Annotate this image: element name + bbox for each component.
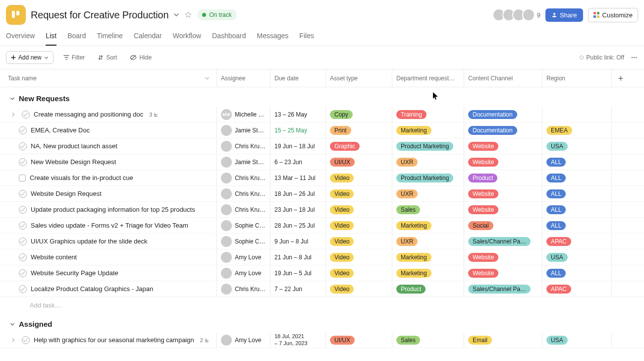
hide-button[interactable]: Hide <box>127 52 155 63</box>
task-row[interactable]: Website Security Page UpdateAmy Love19 J… <box>0 265 644 281</box>
asset-tag: Video <box>330 253 354 262</box>
assignee-avatar <box>221 188 232 199</box>
expand-caret[interactable] <box>11 112 18 117</box>
add-task-row[interactable]: Add task… <box>0 297 644 313</box>
public-link-toggle[interactable]: Public link: Off <box>580 54 624 61</box>
project-icon[interactable] <box>6 5 26 25</box>
chan-tag: Email <box>468 336 492 345</box>
section-header[interactable]: New Requests <box>0 87 644 107</box>
add-column-button[interactable] <box>612 75 630 81</box>
task-row[interactable]: UI/UX Graphics update for the slide deck… <box>0 234 644 249</box>
column-header-assignee[interactable]: Assignee <box>217 69 270 87</box>
asset-tag: Video <box>330 174 354 182</box>
due-date: 21 Jun – 8 Jul <box>274 254 312 261</box>
chevron-down-icon <box>44 56 49 60</box>
filter-icon <box>63 55 69 60</box>
task-name: EMEA, Creative Doc <box>31 126 90 134</box>
add-new-label: Add new <box>18 54 42 61</box>
complete-checkbox[interactable] <box>19 142 27 150</box>
complete-checkbox[interactable] <box>19 285 27 293</box>
plus-icon <box>11 55 16 60</box>
task-row[interactable]: Localize Product Catalog Graphics - Japa… <box>0 281 644 297</box>
people-icon <box>19 175 26 181</box>
column-header-due[interactable]: Due date <box>270 69 326 87</box>
column-header-task[interactable]: Task name <box>0 69 217 87</box>
task-row[interactable]: Update product packaging information for… <box>0 202 644 218</box>
task-row[interactable]: New Website Design RequestJamie Staples6… <box>0 154 644 170</box>
task-name: New Website Design Request <box>31 158 116 166</box>
task-row[interactable]: Website contentAmy Love21 Jun – 8 JulVid… <box>0 249 644 265</box>
complete-checkbox[interactable] <box>19 190 27 198</box>
region-tag: USA <box>546 253 568 262</box>
dept-tag: UXR <box>396 189 418 198</box>
complete-checkbox[interactable] <box>19 253 27 261</box>
section-name: New Requests <box>19 94 70 103</box>
tab-board[interactable]: Board <box>67 30 86 46</box>
assignee-name: Sophie Cha… <box>235 238 266 245</box>
complete-checkbox[interactable] <box>19 126 27 134</box>
chan-tag: Website <box>468 253 498 262</box>
task-row[interactable]: EMEA, Creative DocJamie Staples15 – 25 M… <box>0 122 644 138</box>
tab-files[interactable]: Files <box>299 30 314 46</box>
more-actions-button[interactable] <box>630 54 638 61</box>
tab-calendar[interactable]: Calendar <box>134 30 162 46</box>
member-avatar-stack[interactable]: 9 <box>495 8 540 21</box>
task-row[interactable]: Sales video update - Forms v2 + Triage f… <box>0 218 644 234</box>
due-date: 28 Jun – 25 Jul <box>274 222 315 229</box>
column-header-asset[interactable]: Asset type <box>326 69 392 87</box>
tab-dashboard[interactable]: Dashboard <box>212 30 246 46</box>
tab-messages[interactable]: Messages <box>257 30 289 46</box>
filter-button[interactable]: Filter <box>60 52 88 63</box>
expand-caret[interactable] <box>11 338 18 343</box>
tab-overview[interactable]: Overview <box>6 30 35 46</box>
asset-tag: UI/UX <box>330 158 355 167</box>
chevron-down-icon <box>205 76 210 81</box>
assignee-avatar <box>221 204 232 215</box>
customize-button[interactable]: Customize <box>588 8 638 22</box>
task-row[interactable]: Create visuals for the in-product cueChr… <box>0 170 644 186</box>
star-button[interactable] <box>184 11 192 19</box>
assignee-name: Jamie Staples <box>235 159 266 166</box>
column-header-region[interactable]: Region <box>542 69 612 87</box>
task-name: Sales video update - Forms v2 + Triage f… <box>31 222 188 229</box>
chevron-down-icon <box>173 12 179 18</box>
dept-tag: UXR <box>396 237 418 246</box>
task-name: NA, New product launch asset <box>31 142 117 150</box>
complete-checkbox[interactable] <box>19 222 27 230</box>
region-tag: ALL <box>546 205 566 214</box>
asset-tag: Graphic <box>330 142 360 151</box>
complete-checkbox[interactable] <box>22 111 30 119</box>
assignee-avatar: MW <box>221 109 232 120</box>
task-row[interactable]: Create messaging and positioning doc3 MW… <box>0 107 644 122</box>
task-row[interactable]: Website Design RequestChris Krutz…18 Jun… <box>0 186 644 202</box>
task-row[interactable]: Help with graphics for our seasonal mark… <box>0 332 644 348</box>
complete-checkbox[interactable] <box>19 269 27 277</box>
project-menu-caret[interactable] <box>173 12 179 18</box>
complete-checkbox[interactable] <box>22 336 30 344</box>
sort-button[interactable]: Sort <box>95 52 120 63</box>
share-button[interactable]: Share <box>545 8 583 22</box>
project-title[interactable]: Request for Creative Production <box>31 9 168 21</box>
task-list-scroll[interactable]: New RequestsCreate messaging and positio… <box>0 87 644 361</box>
status-pill[interactable]: On track <box>197 9 236 20</box>
complete-checkbox[interactable] <box>19 158 27 166</box>
chan-tag: Documentation <box>468 126 517 135</box>
column-header-dept[interactable]: Department request… <box>392 69 464 87</box>
complete-checkbox[interactable] <box>19 238 27 245</box>
section-header[interactable]: Assigned <box>0 313 644 332</box>
assignee-avatar <box>221 284 232 295</box>
subtask-icon <box>205 338 210 343</box>
tab-workflow[interactable]: Workflow <box>173 30 201 46</box>
column-header-channel[interactable]: Content Channel <box>464 69 542 87</box>
tab-list[interactable]: List <box>46 30 56 46</box>
dept-tag: Sales <box>396 336 420 345</box>
complete-checkbox[interactable] <box>19 206 27 214</box>
svg-rect-1 <box>16 11 19 15</box>
dept-tag: Product Marketing <box>396 142 453 151</box>
tab-timeline[interactable]: Timeline <box>97 30 123 46</box>
task-row[interactable]: NA, New product launch assetChris Krutz…… <box>0 138 644 154</box>
add-new-button[interactable]: Add new <box>6 51 54 64</box>
chan-tag: Website <box>468 189 498 198</box>
assignee-avatar <box>221 252 232 263</box>
assignee-name: Chris Krutz… <box>235 206 266 213</box>
